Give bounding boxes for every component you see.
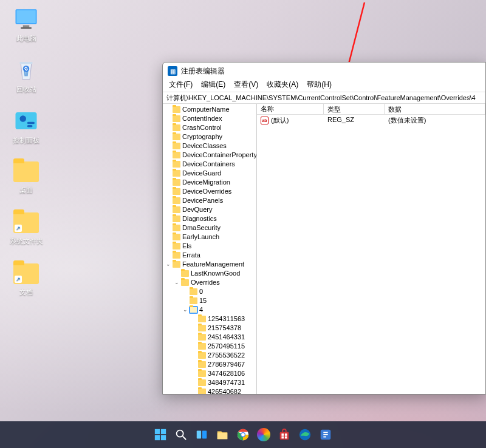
- folder-icon: [173, 225, 180, 231]
- tree-node-label: 3484974731: [208, 378, 245, 387]
- edge-button[interactable]: [296, 426, 313, 443]
- folder-icon: ↗: [13, 212, 39, 233]
- tree-node[interactable]: 15: [163, 296, 256, 305]
- tree-node[interactable]: 0: [163, 287, 256, 296]
- tree-node-label: DeviceGuard: [182, 169, 221, 178]
- start-button[interactable]: [152, 426, 169, 443]
- values-pane[interactable]: 名称 类型 数据 ab(默认) REG_SZ (数值未设置): [257, 104, 485, 394]
- tree-node[interactable]: Els: [163, 242, 256, 251]
- explorer-button[interactable]: [214, 426, 231, 443]
- search-button[interactable]: [173, 426, 190, 443]
- col-type[interactable]: 类型: [324, 104, 385, 114]
- tree-node[interactable]: LastKnownGood: [163, 269, 256, 278]
- expand-icon[interactable]: ⌄: [182, 305, 188, 314]
- desktop-icon-label: 控制面板: [13, 137, 39, 144]
- tree-node[interactable]: 1254311563: [163, 314, 256, 324]
- desktop-icon-bin[interactable]: 回收站: [5, 57, 47, 94]
- control-panel-icon: [13, 108, 39, 134]
- pc-icon: [13, 6, 39, 32]
- svg-rect-13: [155, 435, 160, 440]
- tree-node[interactable]: ComputerName: [163, 105, 256, 114]
- values-header: 名称 类型 数据: [257, 104, 485, 115]
- value-row[interactable]: ab(默认) REG_SZ (数值未设置): [257, 115, 485, 126]
- tree-node-label: 2451464331: [208, 333, 245, 342]
- svg-line-16: [183, 436, 187, 440]
- col-data[interactable]: 数据: [385, 104, 485, 114]
- desktop-icon-folder-1[interactable]: 桌面: [5, 159, 47, 195]
- tree-node[interactable]: 2755536522: [163, 351, 256, 360]
- menu-favorites[interactable]: 收藏夹(A): [267, 80, 298, 92]
- tree-node[interactable]: DeviceClasses: [163, 141, 256, 151]
- tree-node[interactable]: DeviceGuard: [163, 169, 256, 178]
- tree-node[interactable]: DevQuery: [163, 205, 256, 214]
- tree-node-label: Errata: [182, 251, 200, 260]
- taskview-button[interactable]: [193, 426, 210, 443]
- folder-icon: [198, 316, 206, 322]
- tree-node[interactable]: DmaSecurity: [163, 223, 256, 232]
- folder-icon: [13, 161, 39, 182]
- taskbar: [0, 421, 486, 448]
- tree-pane[interactable]: ComputerNameContentIndexCrashControlCryp…: [163, 104, 257, 394]
- svg-rect-3: [21, 27, 32, 29]
- expand-icon[interactable]: ⌄: [165, 260, 171, 269]
- col-name[interactable]: 名称: [257, 104, 324, 114]
- svg-point-7: [20, 115, 27, 122]
- menu-edit[interactable]: 编辑(E): [201, 80, 225, 92]
- tree-node[interactable]: 3474628106: [163, 369, 256, 378]
- tree-node[interactable]: 426540682: [163, 387, 256, 394]
- titlebar[interactable]: ▦ 注册表编辑器: [163, 63, 485, 80]
- desktop-icon-label: 此电脑: [16, 35, 36, 42]
- tree-node[interactable]: Errata: [163, 251, 256, 260]
- chrome-button[interactable]: [234, 426, 252, 443]
- folder-icon: [190, 307, 197, 313]
- folder-icon: [173, 206, 180, 213]
- tree-node-label: ContentIndex: [182, 114, 222, 123]
- store-button[interactable]: [276, 426, 293, 443]
- tree-node[interactable]: ⌄4: [163, 305, 256, 314]
- tree-node[interactable]: ContentIndex: [163, 114, 256, 123]
- menu-file[interactable]: 文件(F): [169, 80, 193, 92]
- desktop-icon-label: 系统文件夹: [10, 237, 43, 245]
- tree-node-label: DevQuery: [182, 205, 213, 214]
- tree-node[interactable]: ⌄Overrides: [163, 278, 256, 287]
- tree-node[interactable]: ⌄FeatureManagement: [163, 260, 256, 269]
- menu-help[interactable]: 帮助(H): [307, 80, 332, 92]
- desktop-icon-folder-3[interactable]: ↗ 文档: [5, 261, 47, 297]
- tree-node[interactable]: Diagnostics: [163, 214, 256, 223]
- address-bar[interactable]: 计算机\HKEY_LOCAL_MACHINE\SYSTEM\CurrentCon…: [163, 92, 485, 104]
- desktop[interactable]: 此电脑 回收站 控制面板 桌面 ↗ 系统文件夹 ↗ 文档 ▦ 注册表编辑器: [0, 0, 486, 448]
- tree-node[interactable]: DevicePanels: [163, 196, 256, 205]
- expand-icon[interactable]: ⌄: [174, 278, 179, 287]
- tree-node-label: DeviceContainers: [182, 160, 235, 169]
- tree-node[interactable]: DeviceOverrides: [163, 187, 256, 196]
- folder-icon: [198, 334, 206, 341]
- tree-node[interactable]: 2451464331: [163, 333, 256, 342]
- svg-rect-24: [281, 433, 284, 436]
- desktop-icon-control-panel[interactable]: 控制面板: [5, 108, 47, 145]
- svg-rect-23: [280, 432, 289, 440]
- tree-node[interactable]: DeviceContainers: [163, 160, 256, 169]
- taskbar-app-button[interactable]: [317, 426, 334, 443]
- tree-node-label: Diagnostics: [182, 214, 217, 223]
- tree-node-label: 215754378: [208, 324, 241, 333]
- menu-view[interactable]: 查看(V): [234, 80, 258, 92]
- tree-node[interactable]: 2786979467: [163, 360, 256, 369]
- menubar: 文件(F) 编辑(E) 查看(V) 收藏夹(A) 帮助(H): [163, 80, 485, 92]
- tree-node[interactable]: 2570495115: [163, 342, 256, 351]
- value-data: (数值未设置): [385, 115, 485, 126]
- tree-node[interactable]: Cryptography: [163, 132, 256, 141]
- tree-node[interactable]: DeviceContainerPropertyUpda: [163, 151, 256, 160]
- tree-node[interactable]: 215754378: [163, 324, 256, 333]
- tree-node[interactable]: EarlyLaunch: [163, 232, 256, 242]
- value-name: (默认): [271, 116, 289, 125]
- tree-node[interactable]: CrashControl: [163, 123, 256, 132]
- browser2-button[interactable]: [255, 426, 272, 443]
- desktop-icon-pc[interactable]: 此电脑: [5, 6, 47, 43]
- svg-rect-17: [197, 431, 201, 439]
- tree-node-label: EarlyLaunch: [182, 232, 219, 242]
- desktop-icon-folder-2[interactable]: ↗ 系统文件夹: [5, 210, 47, 246]
- tree-node[interactable]: 3484974731: [163, 378, 256, 387]
- svg-point-5: [23, 66, 30, 72]
- tree-node[interactable]: DeviceMigration: [163, 178, 256, 187]
- folder-icon: [173, 243, 180, 249]
